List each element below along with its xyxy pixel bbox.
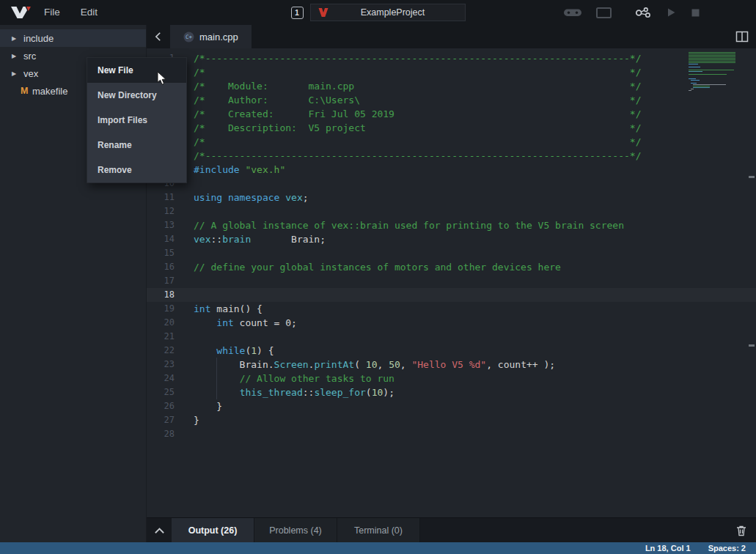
indent-setting[interactable]: Spaces: 2	[708, 544, 746, 553]
panel-tabs: Output (26)Problems (4)Terminal (0)	[172, 518, 420, 542]
minimap-line	[689, 61, 735, 62]
minimap-line	[689, 71, 702, 72]
code-text: // Allow other tasks to run	[194, 372, 394, 385]
line-number: 11	[147, 191, 175, 204]
tree-item-include[interactable]: ▶include	[0, 29, 146, 47]
code-line-17[interactable]: 17	[147, 274, 756, 288]
code-line-11[interactable]: 11using namespace vex;	[147, 191, 756, 204]
menu-file[interactable]: File	[34, 0, 70, 25]
context-menu-item-remove[interactable]: Remove	[87, 158, 186, 182]
tab-main-cpp[interactable]: C+ main.cpp	[170, 25, 252, 48]
panel-expand-button[interactable]	[147, 518, 172, 542]
code-line-23[interactable]: 23 Brain.Screen.printAt( 10, 50, "Hello …	[147, 358, 756, 372]
context-menu-item-new-directory[interactable]: New Directory	[87, 83, 186, 108]
code-line-2[interactable]: 2/* */	[147, 65, 756, 79]
code-line-28[interactable]: 28	[147, 427, 756, 441]
controller-icon[interactable]	[563, 7, 582, 18]
minimap-line	[693, 86, 709, 86]
code-line-10[interactable]: 10	[147, 177, 756, 191]
context-menu-item-new-file[interactable]: New File	[87, 58, 186, 83]
code-line-18[interactable]: 18	[147, 288, 756, 302]
line-number: 16	[147, 260, 175, 274]
cursor-position[interactable]: Ln 18, Col 1	[645, 544, 691, 553]
code-line-6[interactable]: 6/* Description: V5 project */	[147, 121, 756, 135]
code-text: // A global instance of vex::brain used …	[194, 218, 624, 232]
code-line-21[interactable]: 21	[147, 330, 756, 344]
minimap-line	[689, 52, 735, 53]
minimap-line	[693, 84, 726, 85]
menu-edit[interactable]: Edit	[70, 0, 108, 25]
cpp-file-icon: C+	[183, 32, 194, 43]
minimap-line	[689, 92, 739, 92]
code-editor[interactable]: 1/*-------------------------------------…	[147, 48, 756, 517]
tree-item-label: vex	[23, 68, 38, 79]
line-number: 18	[147, 288, 175, 302]
clear-output-button[interactable]	[727, 518, 756, 542]
tree-item-label: makefile	[32, 86, 67, 97]
code-line-5[interactable]: 5/* Created: Fri Jul 05 2019 */	[147, 107, 756, 121]
top-menu-bar: File Edit 1 ExampleProject	[0, 0, 756, 25]
minimap-line	[689, 90, 691, 91]
minimap-line	[689, 58, 735, 59]
minimap-line	[689, 65, 739, 66]
bottom-panel-bar: Output (26)Problems (4)Terminal (0)	[147, 517, 756, 542]
code-line-12[interactable]: 12	[147, 204, 756, 218]
line-number: 23	[147, 358, 175, 372]
code-line-14[interactable]: 14vex::brain Brain;	[147, 232, 756, 246]
stop-icon[interactable]	[691, 8, 700, 18]
minimap-line	[689, 53, 735, 54]
editor-tab-bar: C+ main.cpp	[147, 25, 756, 48]
code-line-8[interactable]: 8/*-------------------------------------…	[147, 149, 756, 163]
minimap[interactable]	[686, 51, 741, 95]
context-menu-item-import-files[interactable]: Import Files	[87, 108, 186, 133]
code-line-15[interactable]: 15	[147, 246, 756, 260]
project-name-box[interactable]: ExampleProject	[310, 4, 466, 21]
overview-ruler-mark	[749, 344, 755, 347]
code-line-20[interactable]: 20 int count = 0;	[147, 316, 756, 330]
code-line-26[interactable]: 26 }	[147, 399, 756, 413]
code-line-4[interactable]: 4/* Author: C:\Users\ */	[147, 93, 756, 107]
panel-tab-problems[interactable]: Problems (4)	[254, 518, 337, 542]
folder-chevron-icon[interactable]: ▶	[12, 70, 22, 77]
vex-v5-logo[interactable]	[7, 3, 34, 22]
play-icon[interactable]	[666, 7, 677, 18]
minimap-line	[691, 83, 697, 84]
line-number: 13	[147, 218, 175, 232]
back-button[interactable]	[147, 25, 170, 48]
folder-chevron-icon[interactable]: ▶	[12, 35, 22, 42]
panel-tab-output[interactable]: Output (26)	[172, 518, 254, 542]
tree-item-label: src	[23, 51, 36, 62]
code-text: #include "vex.h"	[194, 163, 285, 177]
chevron-up-icon	[154, 526, 165, 535]
code-text: /* Description: V5 project */	[194, 121, 641, 135]
line-number: 12	[147, 204, 175, 218]
brain-screen-icon[interactable]	[596, 7, 612, 18]
code-line-25[interactable]: 25 this_thread::sleep_for(10);	[147, 385, 756, 399]
code-line-16[interactable]: 16// define your global instances of mot…	[147, 260, 756, 274]
folder-chevron-icon[interactable]: ▶	[12, 53, 22, 59]
code-line-19[interactable]: 19int main() {	[147, 302, 756, 316]
code-line-27[interactable]: 27}	[147, 413, 756, 427]
code-line-13[interactable]: 13// A global instance of vex::brain use…	[147, 218, 756, 232]
line-number: 21	[147, 330, 175, 344]
code-text: while(1) {	[194, 344, 274, 358]
panel-tab-terminal[interactable]: Terminal (0)	[337, 518, 420, 542]
minimap-line	[691, 80, 699, 81]
project-name: ExampleProject	[329, 7, 465, 18]
minimap-line	[689, 70, 734, 70]
code-line-24[interactable]: 24 // Allow other tasks to run	[147, 372, 756, 385]
minimap-line	[689, 81, 739, 82]
line-number: 28	[147, 427, 175, 441]
slot-badge[interactable]: 1	[291, 7, 304, 19]
minimap-line	[689, 56, 735, 57]
minimap-line	[689, 64, 698, 64]
code-line-22[interactable]: 22 while(1) {	[147, 344, 756, 358]
context-menu-item-rename[interactable]: Rename	[87, 133, 186, 158]
code-line-7[interactable]: 7/* */	[147, 135, 756, 149]
code-line-3[interactable]: 3/* Module: main.cpp */	[147, 79, 756, 93]
minimap-line	[689, 67, 700, 67]
devices-icon[interactable]	[634, 7, 652, 19]
code-line-1[interactable]: 1/*-------------------------------------…	[147, 51, 756, 65]
split-editor-button[interactable]	[728, 25, 756, 48]
code-line-9[interactable]: 9#include "vex.h"	[147, 163, 756, 177]
